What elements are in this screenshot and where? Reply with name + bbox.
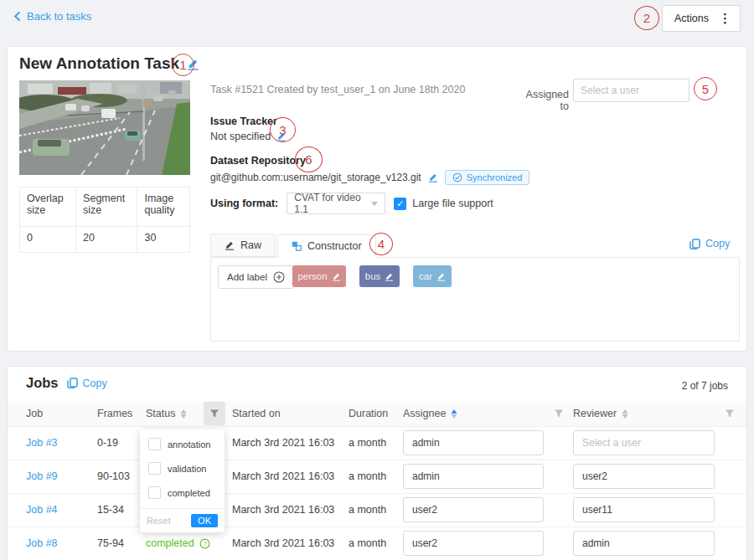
annotation-circle-4: 4 bbox=[369, 233, 393, 255]
plus-circle-icon bbox=[273, 271, 285, 283]
reviewer-input[interactable] bbox=[573, 464, 715, 489]
task-assignee-input[interactable] bbox=[573, 79, 689, 102]
col-job[interactable]: Job bbox=[26, 401, 43, 426]
annotation-circle-6: 6 bbox=[295, 146, 323, 172]
started-value: March 3rd 2021 16:03 bbox=[232, 460, 334, 493]
dataset-repository-row: git@github.com:username/git_storage_v123… bbox=[210, 170, 529, 185]
reviewer-input[interactable] bbox=[573, 531, 715, 556]
format-select[interactable]: CVAT for video 1.1 bbox=[287, 193, 385, 214]
check-circle-icon bbox=[452, 172, 462, 182]
repository-url[interactable]: git@github.com:username/git_storage_v123… bbox=[210, 172, 421, 183]
label-chip-car[interactable]: car bbox=[413, 265, 452, 287]
sort-icon-active-asc[interactable] bbox=[451, 409, 457, 419]
assignee-filter-button[interactable] bbox=[554, 401, 564, 426]
jobs-copy-label: Copy bbox=[83, 378, 107, 389]
format-select-value: CVAT for video 1.1 bbox=[294, 192, 371, 215]
label-chip-text: person bbox=[297, 271, 327, 281]
duration-value: a month bbox=[349, 493, 386, 527]
job-link[interactable]: Job #4 bbox=[26, 504, 58, 516]
block-icon bbox=[292, 241, 302, 251]
edit-label-icon[interactable] bbox=[332, 272, 341, 281]
edit-label-icon[interactable] bbox=[385, 272, 394, 281]
reviewer-input[interactable] bbox=[573, 497, 715, 522]
col-reviewer[interactable]: Reviewer bbox=[573, 401, 628, 426]
using-format-label: Using format: bbox=[210, 198, 278, 209]
param-header: Overlap size bbox=[20, 188, 76, 227]
col-assignee[interactable]: Assignee bbox=[403, 401, 457, 426]
sync-status-badge: Synchronized bbox=[445, 170, 530, 185]
filter-option-completed[interactable]: completed bbox=[140, 480, 225, 505]
actions-button[interactable]: Actions ⋮ bbox=[662, 5, 741, 32]
large-file-support-label: Large file support bbox=[412, 198, 493, 209]
col-started-on[interactable]: Started on bbox=[232, 401, 281, 426]
jobs-copy-button[interactable]: Copy bbox=[67, 378, 107, 389]
job-link[interactable]: Job #9 bbox=[26, 470, 58, 482]
add-label-text: Add label bbox=[227, 272, 267, 282]
label-chip-bus[interactable]: bus bbox=[359, 265, 400, 287]
edit-repository-icon[interactable] bbox=[428, 172, 438, 182]
table-row: Job #8 75-94 completed ? March 3rd 2021 … bbox=[8, 527, 746, 560]
svg-text:?: ? bbox=[203, 540, 206, 547]
jobs-table-header: Job Frames Status Started on Duration As… bbox=[8, 401, 746, 427]
task-params-table: Overlap size Segment size Image quality … bbox=[19, 187, 190, 253]
copy-icon bbox=[689, 239, 700, 249]
param-value: 20 bbox=[76, 227, 137, 253]
param-value: 30 bbox=[137, 227, 190, 253]
status-filter-button[interactable] bbox=[204, 402, 225, 425]
col-status-label: Status bbox=[146, 408, 175, 419]
reviewer-input[interactable] bbox=[573, 430, 715, 455]
checkbox-unchecked[interactable] bbox=[148, 462, 161, 475]
frames-value: 0-19 bbox=[97, 426, 118, 460]
assignee-input[interactable] bbox=[403, 497, 544, 522]
chevron-down-icon bbox=[371, 202, 378, 206]
reviewer-filter-button[interactable] bbox=[725, 401, 735, 426]
format-row: Using format: CVAT for video 1.1 ✓ Large… bbox=[210, 193, 493, 214]
copy-icon bbox=[67, 378, 78, 388]
filter-footer: Reset OK bbox=[140, 508, 225, 532]
label-chip-person[interactable]: person bbox=[292, 265, 346, 287]
frames-value: 15-34 bbox=[97, 493, 124, 527]
jobs-card: Jobs Copy 2 of 7 jobs Job Frames Status bbox=[7, 366, 747, 560]
job-link[interactable]: Job #3 bbox=[26, 437, 58, 449]
label-chip-text: bus bbox=[365, 271, 381, 281]
col-reviewer-label: Reviewer bbox=[573, 408, 617, 419]
table-row: Job #3 0-19 March 3rd 2021 16:03 a month bbox=[8, 426, 746, 460]
checkbox-unchecked[interactable] bbox=[148, 486, 161, 499]
large-file-support-checkbox[interactable]: ✓ bbox=[394, 198, 406, 210]
job-link[interactable]: Job #8 bbox=[26, 537, 58, 549]
assignee-input[interactable] bbox=[403, 464, 544, 489]
param-header: Segment size bbox=[76, 188, 137, 227]
filter-option-validation[interactable]: validation bbox=[140, 456, 225, 480]
col-duration[interactable]: Duration bbox=[349, 401, 388, 426]
annotation-circle-5: 5 bbox=[694, 77, 717, 100]
annotation-circle-1: 1 bbox=[172, 54, 194, 76]
param-header: Image quality bbox=[137, 188, 190, 227]
jobs-count: 2 of 7 jobs bbox=[682, 380, 728, 392]
col-status[interactable]: Status bbox=[146, 401, 187, 426]
labels-copy-button[interactable]: Copy bbox=[689, 238, 730, 249]
filter-ok-button[interactable]: OK bbox=[191, 514, 218, 527]
col-frames[interactable]: Frames bbox=[97, 401, 132, 426]
tab-raw[interactable]: Raw bbox=[210, 234, 276, 257]
started-value: March 3rd 2021 16:03 bbox=[232, 493, 334, 527]
edit-label-icon[interactable] bbox=[436, 272, 446, 281]
question-circle-icon[interactable]: ? bbox=[199, 538, 210, 549]
back-to-tasks-link[interactable]: Back to tasks bbox=[13, 10, 91, 23]
assignee-input[interactable] bbox=[403, 531, 544, 556]
label-chip-text: car bbox=[419, 271, 432, 281]
tab-constructor[interactable]: Constructor bbox=[277, 234, 376, 258]
pencil-icon bbox=[225, 240, 235, 250]
sort-icon[interactable] bbox=[180, 409, 187, 419]
labels-tabbar: Raw Constructor bbox=[210, 234, 740, 258]
table-row: Job #4 15-34 March 3rd 2021 16:03 a mont… bbox=[8, 493, 746, 527]
jobs-header: Jobs Copy bbox=[26, 375, 107, 391]
assignee-input[interactable] bbox=[403, 430, 544, 455]
tab-raw-label: Raw bbox=[240, 239, 261, 251]
status-text: completed bbox=[146, 537, 194, 549]
add-label-button[interactable]: Add label bbox=[218, 265, 294, 289]
checkbox-unchecked[interactable] bbox=[148, 438, 161, 450]
filter-option-annotation[interactable]: annotation bbox=[140, 429, 225, 456]
sort-icon[interactable] bbox=[622, 409, 628, 419]
task-meta: Task #1521 Created by test_user_1 on Jun… bbox=[210, 84, 465, 95]
filter-reset-button[interactable]: Reset bbox=[147, 516, 171, 526]
